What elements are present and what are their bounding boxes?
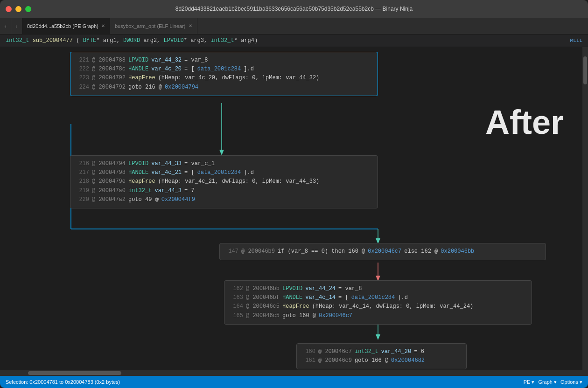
svg-marker-10 <box>376 334 380 340</box>
after-watermark: After <box>485 103 564 141</box>
svg-marker-1 <box>219 150 224 155</box>
tab-back-button[interactable]: ‹ <box>0 18 11 34</box>
scrollbar-thumb-v[interactable] <box>583 56 587 84</box>
titlebar: 8d20dd4433821eaeb1b2bec5911ba3633e656ca5… <box>0 0 588 18</box>
code-line-223: 223 @ 20004792 HeapFree (hHeap: var_4c_2… <box>75 74 373 83</box>
code-line-217: 217 @ 20004798 HANDLE var_4c_21 = [data_… <box>75 168 373 177</box>
tab-bar: ‹ › 8d20dd4...a55b2cb (PE Graph) ✕ busyb… <box>0 18 588 35</box>
code-line-218: 218 @ 2000479e HeapFree (hHeap: var_4c_2… <box>75 177 373 186</box>
main-window: 8d20dd4433821eaeb1b2bec5911ba3633e656ca5… <box>0 0 588 388</box>
tab-pe-graph-close[interactable]: ✕ <box>101 23 105 28</box>
function-header: int32_t sub_20004477 ( BYTE* arg1, DWORD… <box>0 35 588 47</box>
code-block-147: 147 @ 200046b9 if (var_8 == 0) then 160 … <box>219 243 546 260</box>
horizontal-scrollbar[interactable] <box>0 370 588 376</box>
code-block-221-224: 221 @ 20004788 LPVOID var_44_32 = var_8 … <box>70 52 378 96</box>
traffic-lights <box>6 6 31 12</box>
code-line-222: 222 @ 2000478c HANDLE var_4c_20 = [data_… <box>75 65 373 74</box>
maximize-button[interactable] <box>25 6 31 12</box>
status-right: PE ▾ Graph ▾ Options ▾ <box>524 379 582 385</box>
code-line-221: 221 @ 20004788 LPVOID var_44_32 = var_8 <box>75 56 373 65</box>
tab-forward-button[interactable]: › <box>11 18 22 34</box>
status-graph[interactable]: Graph ▾ <box>538 379 557 385</box>
minimize-button[interactable] <box>15 6 21 12</box>
code-line-160: 160 @ 200046c7 int32_t var_44_20 = 6 <box>301 347 462 356</box>
close-button[interactable] <box>6 6 12 12</box>
mlil-badge: MLIL <box>570 38 582 43</box>
code-line-216: 216 @ 20004794 LPVOID var_44_33 = var_c_… <box>75 159 373 168</box>
tab-elf-linear-close[interactable]: ✕ <box>189 23 192 28</box>
code-line-224: 224 @ 20004792 goto 216 @ 0x20004794 <box>75 83 373 92</box>
code-block-160-161: 160 @ 200046c7 int32_t var_44_20 = 6 161… <box>296 343 467 369</box>
code-line-219: 219 @ 200047a0 int32_t var_44_3 = 7 <box>75 187 373 195</box>
function-signature: int32_t sub_20004477 ( BYTE* arg1, DWORD… <box>6 37 258 44</box>
code-line-162: 162 @ 200046bb LPVOID var_44_24 = var_8 <box>229 284 527 293</box>
tab-elf-linear[interactable]: busybox_arm_opt (ELF Linear) ✕ <box>110 18 197 34</box>
code-line-163: 163 @ 200046bf HANDLE var_4c_14 = [data_… <box>229 293 527 302</box>
status-pe[interactable]: PE ▾ <box>524 379 535 385</box>
vertical-scrollbar[interactable] <box>582 47 588 370</box>
tab-pe-graph-label: 8d20dd4...a55b2cb (PE Graph) <box>27 23 98 29</box>
status-bar: Selection: 0x20004781 to 0x20004783 (0x2… <box>0 376 588 388</box>
code-line-161: 161 @ 200046c9 goto 166 @ 0x20004682 <box>301 356 462 365</box>
main-area: After <box>0 47 588 370</box>
tab-elf-linear-label: busybox_arm_opt (ELF Linear) <box>115 23 186 29</box>
code-line-164: 164 @ 200046c5 HeapFree (hHeap: var_4c_1… <box>229 302 527 311</box>
code-line-220: 220 @ 200047a2 goto 49 @ 0x200044f9 <box>75 195 373 204</box>
status-selection: Selection: 0x20004781 to 0x20004783 (0x2… <box>6 379 120 385</box>
graph-canvas[interactable]: After <box>0 47 582 370</box>
code-line-147: 147 @ 200046b9 if (var_8 == 0) then 160 … <box>224 247 541 256</box>
code-block-162-165: 162 @ 200046bb LPVOID var_44_24 = var_8 … <box>224 280 532 325</box>
scrollbar-thumb-h[interactable] <box>28 371 121 375</box>
code-line-165: 165 @ 200046c5 goto 160 @ 0x200046c7 <box>229 312 527 320</box>
code-block-216-220: 216 @ 20004794 LPVOID var_44_33 = var_c_… <box>70 155 378 208</box>
tab-pe-graph[interactable]: 8d20dd4...a55b2cb (PE Graph) ✕ <box>22 18 110 34</box>
status-options[interactable]: Options ▾ <box>560 379 582 385</box>
window-title: 8d20dd4433821eaeb1b2bec5911ba3633e656ca5… <box>175 6 413 12</box>
